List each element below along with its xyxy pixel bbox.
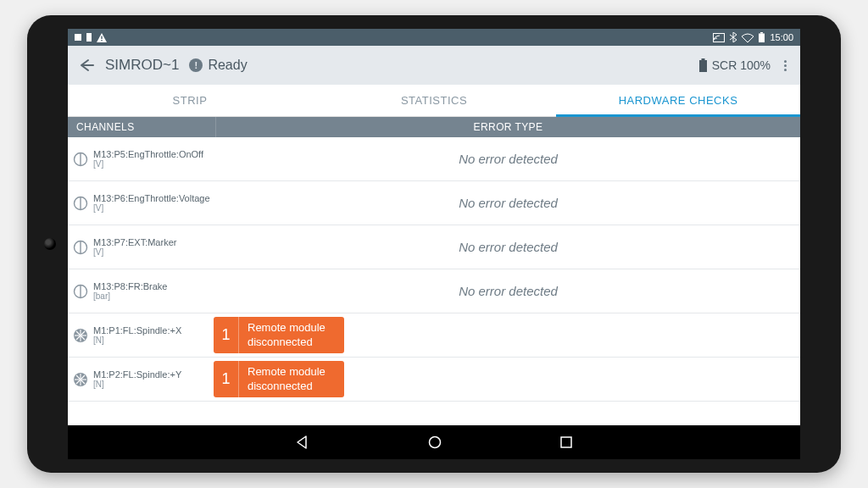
error-message: Remote moduledisconnected [239,361,344,397]
channel-cell: M1:P1:FL:Spindle:+X[N] [93,322,216,348]
svg-point-27 [430,437,441,448]
error-cell: 1Remote moduledisconnected [216,317,800,353]
channel-cell: M1:P2:FL:Spindle:+Y[N] [93,366,216,392]
error-chip[interactable]: 1Remote moduledisconnected [214,361,344,397]
battery-icon [759,32,765,42]
back-button[interactable] [78,57,95,74]
cast-icon [713,33,725,42]
error-cell: No error detected [216,240,800,254]
tabs: STRIPSTATISTICSHARDWARE CHECKS [68,85,800,117]
error-cell: 1Remote moduledisconnected [216,361,800,397]
statusbar-time: 15:00 [770,32,793,42]
channel-unit: [N] [93,380,216,389]
svg-rect-6 [760,32,763,34]
channel-unit: [N] [93,336,216,345]
notif-rect-icon [86,33,92,42]
battery-full-icon [699,58,707,72]
nav-home-icon[interactable] [428,435,442,449]
notif-square-icon [75,34,81,41]
table-row[interactable]: M1:P2:FL:Spindle:+Y[N]1Remote moduledisc… [68,358,800,402]
scr-label: SCR 100% [712,58,771,72]
appbar: SIMROD~1 ! Ready SCR 100% [68,46,800,85]
svg-rect-28 [561,437,571,447]
table-header: CHANNELS ERROR TYPE [68,117,800,137]
svg-rect-8 [701,58,704,60]
svg-rect-0 [75,34,81,41]
wifi-outline-icon [742,33,754,42]
scr-indicator: SCR 100% [699,58,771,72]
svg-rect-5 [759,34,765,43]
tab-statistics[interactable]: STATISTICS [312,85,556,116]
rows-container: M13:P5:EngThrottle:OnOff[V]No error dete… [68,137,800,425]
svg-rect-2 [101,36,102,39]
status-chip: ! Ready [189,58,247,73]
channel-name: M1:P2:FL:Spindle:+Y [93,369,216,380]
no-error-text: No error detected [216,240,800,254]
channel-cell: M13:P5:EngThrottle:OnOff[V] [93,146,216,172]
warning-icon [97,33,107,42]
error-chip[interactable]: 1Remote moduledisconnected [214,317,344,353]
status-label: Ready [208,58,247,73]
svg-rect-3 [101,40,102,41]
col-channels: CHANNELS [68,117,216,137]
tablet-camera [44,238,56,250]
error-count: 1 [214,361,239,397]
table-row[interactable]: M13:P8:FR:Brake[bar]No error detected [68,269,800,313]
error-count: 1 [214,317,239,353]
channel-name: M1:P1:FL:Spindle:+X [93,325,216,336]
page-title: SIMROD~1 [105,57,179,74]
table-row[interactable]: M13:P5:EngThrottle:OnOff[V]No error dete… [68,137,800,181]
error-cell: No error detected [216,152,800,166]
status-dot-icon: ! [189,58,203,72]
android-statusbar: 15:00 [68,29,800,46]
col-errortype: ERROR TYPE [216,117,800,137]
snowflake-icon [68,372,93,387]
table-row[interactable]: M13:P6:EngThrottle:Voltage[V]No error de… [68,181,800,225]
channel-cell: M13:P6:EngThrottle:Voltage[V] [93,190,216,216]
error-cell: No error detected [216,196,800,210]
channel-cell: M13:P7:EXT:Marker[V] [93,234,216,260]
no-error-text: No error detected [216,196,800,210]
channel-name: M13:P5:EngThrottle:OnOff [93,149,216,159]
svg-rect-7 [699,60,707,72]
channel-name: M13:P6:EngThrottle:Voltage [93,193,216,203]
channel-unit: [V] [93,159,216,169]
channel-unit: [V] [93,203,216,213]
table-row[interactable]: M13:P7:EXT:Marker[V]No error detected [68,225,800,269]
android-navbar [68,425,800,459]
channel-name: M13:P7:EXT:Marker [93,237,216,247]
no-error-text: No error detected [216,152,800,166]
error-message: Remote moduledisconnected [239,317,344,353]
channel-unit: [bar] [93,291,216,301]
svg-rect-1 [86,33,92,42]
tab-strip[interactable]: STRIP [68,85,312,116]
screen: 15:00 SIMROD~1 ! Ready SCR 100% STRIPSTA… [68,29,800,459]
rotary-icon [68,152,93,167]
rotary-icon [68,240,93,255]
nav-back-icon[interactable] [296,435,309,449]
error-cell: No error detected [216,284,800,298]
tab-hardware-checks[interactable]: HARDWARE CHECKS [556,85,800,116]
nav-recent-icon[interactable] [560,436,572,448]
channel-unit: [V] [93,247,216,257]
snowflake-icon [68,328,93,343]
channel-name: M13:P8:FR:Brake [93,281,216,291]
no-error-text: No error detected [216,284,800,298]
tablet-frame: 15:00 SIMROD~1 ! Ready SCR 100% STRIPSTA… [27,15,841,473]
rotary-icon [68,196,93,211]
rotary-icon [68,284,93,299]
channel-cell: M13:P8:FR:Brake[bar] [93,278,216,304]
bluetooth-icon [730,32,737,42]
overflow-menu-button[interactable] [781,57,790,75]
table-row[interactable]: M1:P1:FL:Spindle:+X[N]1Remote moduledisc… [68,313,800,358]
